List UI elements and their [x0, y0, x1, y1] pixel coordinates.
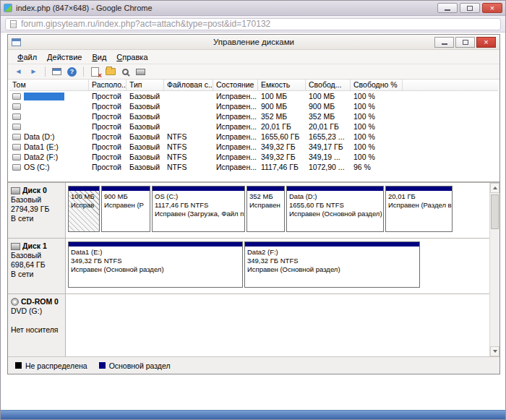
volume-layout: Простой	[89, 142, 126, 151]
browser-window-controls: ×	[437, 3, 502, 13]
volume-free: 349,19 ...	[306, 153, 351, 161]
disk-name: Диск 1	[22, 241, 47, 251]
help-button[interactable]: ?	[66, 66, 78, 78]
menu-help[interactable]: Справка	[111, 51, 153, 63]
vertical-scrollbar[interactable]	[489, 183, 499, 356]
column-header[interactable]: Свободно %	[351, 80, 403, 90]
scroll-up-button[interactable]	[490, 183, 499, 193]
partition-box[interactable]: 900 МБИсправен (Р	[101, 186, 150, 232]
disk1-info[interactable]: Диск 1 Базовый 698,64 ГБ В сети	[8, 239, 66, 293]
maximize-icon	[463, 40, 468, 45]
column-header[interactable]: Состояние	[213, 80, 258, 90]
forward-icon: ►	[30, 68, 38, 75]
arrow-down-icon	[493, 350, 497, 353]
volume-name: Data (D:)	[24, 132, 55, 141]
volume-row[interactable]: Простой Базовый Исправен... 100 МБ 100 М…	[9, 91, 498, 101]
close-icon: ×	[490, 4, 494, 12]
minimize-icon	[445, 9, 450, 11]
toolbar-separator	[45, 67, 46, 77]
volume-type: Базовый	[126, 132, 164, 141]
partition-label: Data (D:)1655,60 ГБ NTFSИсправен (Основн…	[287, 191, 383, 231]
show-console-tree-button[interactable]	[51, 66, 63, 78]
cdrom-row: CD-ROM 0 DVD (G:) Нет носителя	[8, 294, 489, 356]
volume-list: ТомРасполо...ТипФайловая с...СостояниеЕм…	[8, 80, 499, 181]
volume-row[interactable]: Data (D:) Простой Базовый NTFS Исправен.…	[9, 132, 498, 142]
column-header[interactable]: Свобод...	[306, 80, 351, 90]
legend-item-unallocated: Не распределена	[15, 361, 87, 370]
console-icon	[12, 38, 21, 46]
menu-action[interactable]: Действие	[42, 51, 87, 63]
partition-box[interactable]: 100 МБИсправ	[68, 186, 100, 232]
browser-minimize-button[interactable]	[437, 3, 458, 13]
column-header[interactable]: Том	[9, 80, 89, 90]
disk-status: Нет носителя	[11, 325, 62, 335]
column-header[interactable]: Тип	[126, 80, 164, 90]
partition-label: 100 МБИсправ	[69, 191, 99, 231]
volume-layout: Простой	[89, 153, 126, 161]
column-header[interactable]: Файловая с...	[164, 80, 213, 90]
site-favicon	[4, 4, 12, 12]
volume-status: Исправен...	[213, 112, 258, 121]
browser-titlebar[interactable]: index.php (847×648) - Google Chrome ×	[1, 1, 505, 16]
properties-button[interactable]	[134, 66, 147, 78]
volume-row[interactable]: Data1 (E:) Простой Базовый NTFS Исправен…	[9, 142, 498, 152]
primary-partition-swatch	[99, 362, 106, 369]
partition-box[interactable]: Data2 (F:)349,32 ГБ NTFSИсправен (Основн…	[244, 241, 420, 288]
volume-row[interactable]: Простой Базовый Исправен... 20,01 ГБ 20,…	[9, 121, 498, 132]
volume-layout: Простой	[89, 122, 126, 131]
disk1-partitions: Data1 (E:)349,32 ГБ NTFSИсправен (Основн…	[66, 239, 420, 293]
browser-maximize-button[interactable]	[460, 3, 480, 13]
cdrom-info[interactable]: CD-ROM 0 DVD (G:) Нет носителя	[8, 294, 66, 356]
browser-close-button[interactable]: ×	[482, 3, 502, 13]
disk-management-titlebar[interactable]: Управление дисками ×	[8, 35, 499, 50]
disk-management-window-controls: ×	[434, 37, 496, 48]
partition-box[interactable]: Data (D:)1655,60 ГБ NTFSИсправен (Основн…	[286, 186, 384, 232]
explore-button[interactable]	[119, 66, 132, 78]
partition-box[interactable]: 352 МБИсправен	[246, 186, 285, 232]
browser-urlbar: forum.gipsyteam.ru/index.php?act=attach&…	[1, 16, 505, 33]
arrow-up-icon	[493, 187, 497, 189]
column-header-filler	[403, 80, 498, 90]
dm-close-button[interactable]: ×	[476, 37, 496, 48]
volume-type: Базовый	[126, 153, 164, 161]
legend-label: Основной раздел	[109, 361, 171, 370]
console-window-icon	[52, 68, 61, 75]
partition-box[interactable]: Data1 (E:)349,32 ГБ NTFSИсправен (Основн…	[68, 241, 243, 288]
scrollbar-thumb[interactable]	[491, 194, 499, 229]
url-field[interactable]: forum.gipsyteam.ru/index.php?act=attach&…	[5, 18, 501, 30]
toolbar: ◄ ► ? ×	[8, 64, 499, 80]
volume-free: 20,01 ГБ	[306, 122, 351, 131]
minimize-icon	[442, 43, 447, 45]
menu-view[interactable]: Вид	[87, 51, 111, 63]
volume-icon	[12, 164, 21, 171]
volume-row[interactable]: OS (C:) Простой Базовый NTFS Исправен...…	[9, 162, 498, 172]
column-header[interactable]: Располо...	[89, 80, 126, 90]
volume-row[interactable]: Data2 (F:) Простой Базовый NTFS Исправен…	[9, 152, 498, 162]
forward-button[interactable]: ►	[27, 66, 40, 78]
disk-type: DVD (G:)	[11, 307, 62, 316]
maximize-icon	[467, 6, 473, 11]
window-bottom-edge	[1, 410, 505, 419]
volume-status: Исправен...	[213, 153, 258, 161]
partition-box[interactable]: OS (C:)1117,46 ГБ NTFSИсправен (Загрузка…	[152, 186, 245, 232]
volume-row[interactable]: Простой Базовый Исправен... 900 МБ 900 М…	[9, 101, 498, 111]
column-header[interactable]: Емкость	[258, 80, 306, 90]
volume-type: Базовый	[126, 163, 164, 171]
disk-rows: Диск 0 Базовый 2794,39 ГБ В сети 100 МБИ…	[8, 183, 489, 356]
partition-box[interactable]: 20,01 ГБИсправен (Раздел в	[385, 186, 453, 232]
delete-volume-button[interactable]: ×	[89, 66, 101, 78]
dm-minimize-button[interactable]	[434, 37, 454, 48]
disk0-info[interactable]: Диск 0 Базовый 2794,39 ГБ В сети	[8, 183, 66, 238]
dm-maximize-button[interactable]	[455, 37, 475, 48]
volume-icon	[12, 144, 21, 150]
volume-free-percent: 100 %	[351, 122, 403, 131]
open-button[interactable]	[104, 66, 116, 78]
volume-row[interactable]: Простой Базовый Исправен... 352 МБ 352 М…	[9, 111, 498, 121]
volume-filesystem: NTFS	[164, 163, 213, 171]
scroll-down-button[interactable]	[490, 346, 499, 356]
partition-label: OS (C:)1117,46 ГБ NTFSИсправен (Загрузка…	[153, 191, 244, 231]
back-button[interactable]: ◄	[12, 66, 25, 78]
graphical-pane: Диск 0 Базовый 2794,39 ГБ В сети 100 МБИ…	[8, 183, 499, 356]
menu-file[interactable]: Файл	[12, 51, 42, 63]
disk-management-window: Управление дисками × Файл Действие Вид С…	[7, 34, 500, 374]
